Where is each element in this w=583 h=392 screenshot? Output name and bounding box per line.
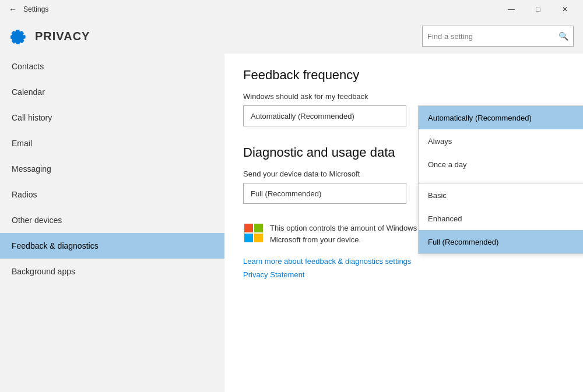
title-bar: ← Settings — □ ✕ — [0, 0, 583, 19]
sidebar-item-call-history[interactable]: Call history — [0, 105, 224, 130]
windows-logo-icon — [243, 223, 264, 243]
learn-more-link[interactable]: Learn more about feedback & diagnostics … — [243, 257, 564, 266]
feedback-dropdown[interactable]: Automatically (Recommended) — [243, 105, 406, 126]
search-box[interactable]: 🔍 — [422, 26, 574, 47]
sidebar-item-email[interactable]: Email — [0, 130, 224, 156]
diag-option-basic[interactable]: Basic — [419, 183, 583, 207]
page-title: PRIVACY — [35, 30, 90, 43]
gear-icon — [9, 27, 28, 45]
feedback-option-always[interactable]: Always — [419, 129, 583, 153]
sidebar-item-other-devices[interactable]: Other devices — [0, 207, 224, 233]
close-button[interactable]: ✕ — [552, 0, 578, 19]
svg-rect-3 — [254, 234, 263, 242]
diagnostic-dropdown[interactable]: Full (Recommended) — [243, 183, 406, 204]
back-button[interactable]: ← — [5, 1, 21, 17]
feedback-section: Feedback frequency Windows should ask fo… — [243, 68, 564, 140]
sidebar-item-feedback-diagnostics[interactable]: Feedback & diagnostics — [0, 233, 224, 259]
sidebar-item-radios[interactable]: Radios — [0, 182, 224, 207]
minimize-button[interactable]: — — [498, 0, 525, 19]
sidebar-item-messaging[interactable]: Messaging — [0, 156, 224, 182]
feedback-option-auto[interactable]: Automatically (Recommended) — [419, 106, 583, 129]
diag-option-enhanced[interactable]: Enhanced — [419, 207, 583, 230]
window-controls: — □ ✕ — [498, 0, 578, 19]
sidebar-item-background-apps[interactable]: Background apps — [0, 259, 224, 284]
maximize-button[interactable]: □ — [525, 0, 552, 19]
diag-option-full[interactable]: Full (Recommended) — [419, 230, 583, 253]
privacy-statement-link[interactable]: Privacy Statement — [243, 270, 564, 279]
svg-rect-2 — [244, 234, 253, 242]
header: PRIVACY 🔍 — [0, 19, 583, 54]
diagnostic-current-value: Full (Recommended) — [251, 189, 321, 198]
main-area: Contacts Calendar Call history Email Mes… — [0, 54, 583, 392]
search-input[interactable] — [427, 32, 559, 41]
sidebar: Contacts Calendar Call history Email Mes… — [0, 54, 224, 392]
back-icon: ← — [9, 5, 17, 14]
feedback-section-title: Feedback frequency — [243, 68, 564, 83]
svg-rect-0 — [244, 224, 253, 232]
diagnostic-dropdown-box[interactable]: Full (Recommended) — [243, 183, 406, 204]
search-icon: 🔍 — [559, 31, 568, 41]
sidebar-item-contacts[interactable]: Contacts — [0, 54, 224, 79]
diagnostic-dropdown-menu: Basic Enhanced Full (Recommended) — [418, 183, 583, 254]
feedback-dropdown-box[interactable]: Automatically (Recommended) — [243, 105, 406, 126]
feedback-label: Windows should ask for my feedback — [243, 92, 564, 101]
feedback-current-value: Automatically (Recommended) — [251, 112, 354, 121]
sidebar-item-calendar[interactable]: Calendar — [0, 79, 224, 105]
svg-rect-1 — [254, 224, 263, 232]
feedback-option-once-a-day[interactable]: Once a day — [419, 153, 583, 176]
content-area: Feedback frequency Windows should ask fo… — [224, 54, 583, 392]
window-title: Settings — [23, 5, 48, 13]
